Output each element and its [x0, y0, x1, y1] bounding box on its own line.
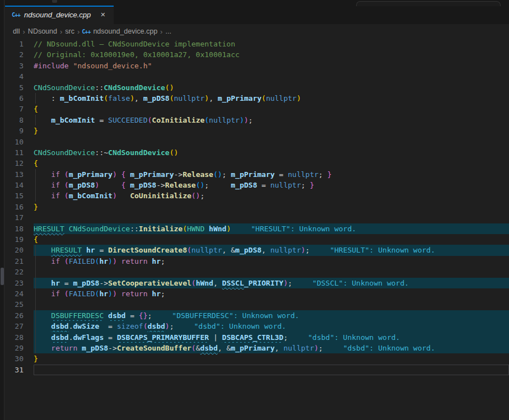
- code-line-content[interactable]: HRESULT CNdSoundDevice::Initialize(HWND …: [34, 223, 509, 234]
- code-line-content[interactable]: if (m_bComInit) CoUninitialize();: [34, 190, 509, 201]
- breadcrumb-item[interactable]: dll: [12, 27, 21, 35]
- code-token: HRESULT: [34, 225, 64, 233]
- code-token: ): [283, 279, 288, 287]
- code-line-content[interactable]: if (FAILED(hr)) return hr;: [34, 288, 509, 299]
- code-line-content[interactable]: CNdSoundDevice::~CNdSoundDevice(): [34, 147, 509, 158]
- code-token: ): [165, 322, 170, 330]
- line-number: 18: [5, 223, 34, 234]
- code-line-content[interactable]: [34, 267, 509, 277]
- code-line-content[interactable]: : m_bComInit(false), m_pDS8(nullptr), m_…: [34, 93, 509, 104]
- code-token: ->: [99, 279, 108, 287]
- code-token: ->: [108, 344, 117, 352]
- code-token: (: [64, 170, 69, 179]
- code-line-content[interactable]: {: [34, 104, 509, 114]
- code-token: , &: [218, 344, 231, 352]
- breadcrumb-item[interactable]: src: [64, 27, 75, 35]
- code-token: [77, 344, 82, 352]
- code-line-content[interactable]: }: [34, 125, 509, 136]
- code-token: if: [51, 192, 60, 200]
- code-line-content[interactable]: [34, 137, 509, 147]
- code-line-content[interactable]: [34, 212, 509, 223]
- code-token: if: [51, 170, 60, 179]
- code-token: if: [51, 257, 60, 265]
- code-line-content[interactable]: dsbd.dwFlags = DSBCAPS_PRIMARYBUFFER | D…: [34, 332, 509, 343]
- code-line-content[interactable]: if (m_pDS8) { m_pDS8->Release(); m_pDS8 …: [34, 180, 509, 190]
- code-token: hr: [152, 290, 161, 298]
- code-line: 26 DSBUFFERDESC dsbd = {};"DSBUFFERDESC"…: [5, 310, 509, 321]
- code-line-content[interactable]: [34, 299, 509, 310]
- code-token: m_pDS8: [143, 94, 170, 102]
- code-token: (: [64, 181, 69, 189]
- cpp-file-icon: C++: [12, 12, 20, 18]
- code-line-content[interactable]: CNdSoundDevice::CNdSoundDevice(): [34, 82, 509, 93]
- code-token: SUCCEEDED: [108, 116, 147, 124]
- code-token: ;: [288, 279, 292, 287]
- line-number: 7: [5, 104, 34, 114]
- code-token: ;: [222, 170, 231, 179]
- code-token: // NDsound.dll — CNdSoundDevice implemen…: [34, 40, 235, 48]
- code-token: m_bComInit: [69, 192, 113, 200]
- code-token: hWnd: [196, 279, 213, 287]
- code-line-content[interactable]: // Original: 0x100019e0, 0x10001a27, 0x1…: [34, 49, 509, 60]
- code-token: ;: [283, 333, 288, 342]
- code-line-content[interactable]: {: [34, 158, 509, 169]
- line-number: 8: [5, 115, 34, 125]
- code-token: ;: [319, 344, 323, 352]
- code-line: 21 if (FAILED(hr)) return hr;: [5, 256, 509, 267]
- code-token: CNdSoundDevice: [108, 148, 170, 157]
- code-token: [60, 257, 64, 265]
- code-line: 28 dsbd.dwFlags = DSBCAPS_PRIMARYBUFFER …: [5, 332, 509, 343]
- line-number: 26: [5, 310, 34, 321]
- code-token: [99, 181, 121, 189]
- code-line-content[interactable]: // NDsound.dll — CNdSoundDevice implemen…: [34, 39, 509, 49]
- code-token: CNdSoundDevice: [104, 83, 165, 92]
- code-line-content[interactable]: }: [34, 202, 509, 212]
- code-token: (: [170, 94, 174, 102]
- code-token: ;: [170, 322, 174, 330]
- code-area[interactable]: 1// NDsound.dll — CNdSoundDevice impleme…: [5, 39, 509, 375]
- code-line-content[interactable]: {: [34, 234, 509, 245]
- code-token: m_pDS8: [82, 344, 108, 352]
- code-token: false: [108, 94, 130, 102]
- code-line-content[interactable]: DSBUFFERDESC dsbd = {};"DSBUFFERDESC": U…: [34, 310, 509, 321]
- line-number: 29: [5, 343, 34, 353]
- code-line-content[interactable]: [34, 365, 509, 375]
- code-token: [60, 170, 64, 179]
- code-token: HWND: [187, 225, 204, 233]
- breadcrumb-item[interactable]: ndsound_device.cpp: [92, 27, 158, 35]
- code-line: 23 hr = m_pDS8->SetCooperativeLevel(hWnd…: [5, 278, 509, 288]
- code-token: [34, 192, 51, 200]
- code-token: [60, 192, 64, 200]
- code-line-content[interactable]: return m_pDS8->CreateSoundBuffer(&dsbd, …: [34, 343, 509, 353]
- code-token: ;: [204, 181, 231, 189]
- code-token: =: [125, 311, 138, 320]
- code-line-content[interactable]: m_bComInit = SUCCEEDED(CoInitialize(null…: [34, 115, 509, 125]
- left-scrollbar-thumb[interactable]: [1, 268, 4, 285]
- code-line-content[interactable]: hr = m_pDS8->SetCooperativeLevel(hWnd, D…: [34, 278, 509, 288]
- code-token: DSBCAPS_PRIMARYBUFFER: [117, 333, 209, 342]
- code-token: {: [34, 159, 38, 167]
- code-line-content[interactable]: }: [34, 353, 509, 364]
- code-token: ): [297, 94, 301, 102]
- tab-ndsound-device-cpp[interactable]: C++ ndsound_device.cpp ✕: [5, 6, 114, 24]
- code-line-content[interactable]: [34, 71, 509, 82]
- code-line-content[interactable]: #include "ndsound_device.h": [34, 60, 509, 71]
- code-token: if: [51, 290, 60, 298]
- tab-close-icon[interactable]: ✕: [99, 11, 106, 19]
- code-token: nullptr: [270, 246, 301, 254]
- code-line-content[interactable]: dsbd.dwSize = sizeof(dsbd);"dsbd": Unkno…: [34, 321, 509, 332]
- code-token: =: [60, 279, 73, 287]
- code-line-content[interactable]: if (FAILED(hr)) return hr;: [34, 256, 509, 267]
- code-line-content[interactable]: HRESULT hr = DirectSoundCreate8(nullptr,…: [34, 245, 509, 255]
- breadcrumb-item[interactable]: ...: [165, 27, 171, 35]
- code-token: }: [327, 170, 331, 179]
- code-token: }: [34, 354, 38, 363]
- code-line: 16}: [5, 202, 509, 212]
- code-token: (: [192, 344, 196, 352]
- code-token: ::: [130, 225, 139, 233]
- code-token: {: [34, 105, 38, 113]
- spell-check-annotation: "DSSCL": Unknown word.: [312, 279, 409, 287]
- code-token: DSBCAPS_CTRL3D: [222, 333, 284, 342]
- breadcrumb-item[interactable]: NDsound: [27, 27, 58, 35]
- code-line-content[interactable]: if (m_pPrimary) { m_pPrimary->Release();…: [34, 169, 509, 180]
